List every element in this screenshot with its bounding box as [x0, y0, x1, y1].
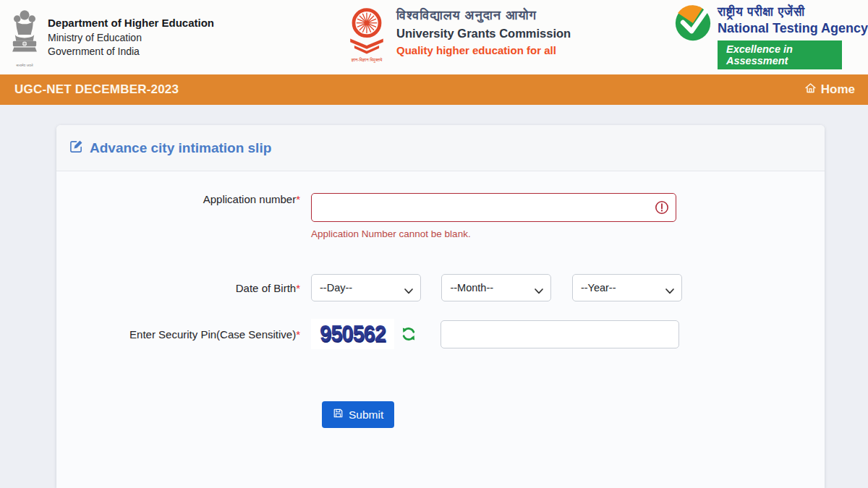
- exam-title: UGC-NET DECEMBER-2023: [14, 82, 179, 97]
- ugc-motto: ज्ञान-विज्ञान विमुक्तये: [352, 58, 383, 63]
- security-pin-row: Enter Security Pin(Case Sensitive)* 9505…: [56, 319, 825, 349]
- dob-row: Date of Birth* --Day-- --Month--: [56, 274, 825, 301]
- intimation-form: Application number* Applicatio: [56, 171, 825, 428]
- moe-logo-block: सत्यमेव जयते Department of Higher Educat…: [0, 7, 275, 68]
- home-link[interactable]: Home: [804, 82, 855, 98]
- ugc-tagline: Quality higher education for all: [396, 43, 571, 59]
- nta-logo-block: राष्ट्रीय परीक्षा एजेंसी National Testin…: [674, 4, 868, 69]
- application-number-error: Application Number cannot be blank.: [311, 228, 825, 239]
- ugc-text-block: विश्वविद्यालय अनुदान आयोग University Gra…: [396, 6, 571, 59]
- dept-name: Department of Higher Education: [48, 16, 214, 30]
- submit-label: Submit: [349, 408, 383, 421]
- edit-icon: [69, 140, 83, 156]
- card-header: Advance city intimation slip: [56, 125, 825, 171]
- home-icon: [804, 82, 817, 98]
- error-exclamation-icon: [655, 200, 669, 218]
- ugc-logo-block: ज्ञान-विज्ञान विमुक्तये विश्वविद्यालय अन…: [346, 6, 571, 63]
- captcha-image: 950562: [311, 319, 394, 349]
- home-label: Home: [821, 82, 855, 97]
- nta-name-hindi: राष्ट्रीय परीक्षा एजेंसी: [718, 4, 805, 20]
- submit-button[interactable]: Submit: [322, 401, 394, 428]
- site-header: सत्यमेव जयते Department of Higher Educat…: [0, 0, 868, 74]
- moe-text-block: Department of Higher Education Ministry …: [48, 16, 214, 58]
- application-number-label: Application number*: [56, 193, 311, 205]
- ugc-emblem-icon: ज्ञान-विज्ञान विमुक्तये: [346, 6, 388, 63]
- dob-year-select[interactable]: --Year--: [572, 274, 682, 301]
- required-asterisk: *: [296, 193, 300, 205]
- security-pin-label: Enter Security Pin(Case Sensitive)*: [56, 328, 311, 341]
- ugc-name-hindi: विश्वविद्यालय अनुदान आयोग: [396, 6, 571, 25]
- nta-tagline: Excellence in Assessment: [718, 40, 842, 69]
- application-number-row: Application number* Applicatio: [56, 193, 825, 239]
- security-pin-input[interactable]: [441, 320, 679, 348]
- captcha-value: 950562: [320, 322, 386, 347]
- ashoka-motto: सत्यमेव जयते: [16, 63, 33, 68]
- ugc-name-english: University Grants Commission: [396, 25, 571, 43]
- nta-name-english: National Testing Agency: [718, 20, 868, 37]
- govt-name: Government of India: [48, 45, 214, 59]
- dob-label: Date of Birth*: [56, 282, 311, 294]
- required-asterisk: *: [296, 282, 300, 294]
- nta-emblem-icon: [674, 4, 712, 45]
- nta-text-block: राष्ट्रीय परीक्षा एजेंसी National Testin…: [718, 4, 868, 69]
- page-content: Advance city intimation slip Application…: [0, 105, 868, 488]
- ashoka-emblem-icon: सत्यमेव जयते: [9, 7, 41, 68]
- intimation-card: Advance city intimation slip Application…: [56, 125, 825, 488]
- page-title: Advance city intimation slip: [90, 140, 271, 156]
- submit-row: Submit: [56, 401, 825, 428]
- save-icon: [333, 408, 344, 421]
- navbar: UGC-NET DECEMBER-2023 Home: [0, 74, 868, 105]
- ministry-name: Ministry of Education: [48, 31, 214, 45]
- dob-day-select[interactable]: --Day--: [311, 274, 421, 301]
- captcha-refresh-icon[interactable]: [401, 326, 417, 342]
- dob-month-select[interactable]: --Month--: [441, 274, 551, 301]
- required-asterisk: *: [296, 328, 300, 341]
- application-number-input[interactable]: [311, 193, 676, 222]
